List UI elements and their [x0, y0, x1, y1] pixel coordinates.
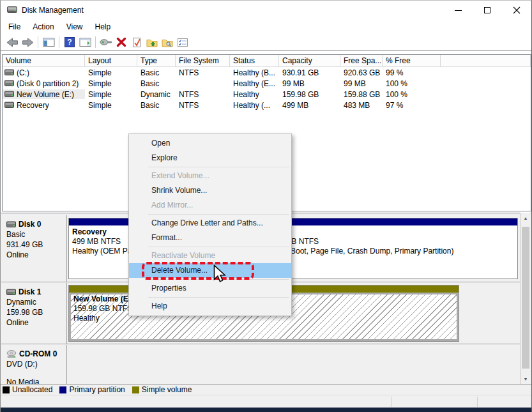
volume-layout: Simple	[85, 90, 137, 99]
volume-type: Basic	[137, 101, 176, 110]
volume-free: 159.88 GB	[340, 90, 383, 99]
console-tree-icon	[43, 37, 55, 47]
disk1-name: Disk 1	[19, 287, 41, 297]
taskbar-strip	[1, 408, 531, 412]
volume-free: 920.63 GB	[340, 68, 383, 77]
disk0-size: 931.49 GB	[6, 240, 66, 250]
partition-name: (C:)	[260, 227, 514, 237]
scrollbar-thumb[interactable]	[522, 227, 529, 369]
help-button[interactable]: ?	[62, 35, 77, 49]
menu-item-explore[interactable]: Explore	[129, 151, 291, 165]
status-pane-separator	[477, 397, 478, 407]
menu-item-add-mirror: Add Mirror...	[129, 198, 291, 213]
primary-partition-swatch	[59, 386, 66, 393]
menu-file[interactable]: File	[7, 21, 22, 33]
volume-free: 99 MB	[340, 79, 383, 88]
show-action-pane-button[interactable]	[77, 35, 93, 49]
menu-item-properties[interactable]: Properties	[129, 281, 291, 296]
disk1-size: 159.98 GB	[6, 307, 66, 317]
volume-type: Basic	[137, 68, 176, 77]
open-folder-icon	[146, 38, 158, 47]
delete-button[interactable]	[114, 35, 129, 49]
column-header-capacity[interactable]: Capacity	[279, 55, 340, 66]
scan-button[interactable]	[98, 35, 114, 49]
volume-status: Healthy (B...	[230, 68, 279, 77]
column-header-file-system[interactable]: File System	[176, 55, 230, 66]
volume-name: New Volume (E:)	[73, 294, 133, 304]
partition-color-bar	[257, 218, 517, 225]
forward-button[interactable]	[20, 35, 35, 49]
help-icon: ?	[65, 37, 75, 47]
volume-type: Basic	[137, 79, 176, 88]
column-header-status[interactable]: Status	[230, 55, 279, 66]
menu-item-reactivate-volume: Reactivate Volume	[129, 248, 291, 263]
toolbar: ?	[1, 34, 531, 51]
back-button[interactable]	[4, 35, 20, 49]
minimize-icon	[455, 10, 462, 11]
volume-icon	[4, 80, 14, 87]
cdrom-icon	[6, 350, 17, 358]
title-bar: Disk Management	[1, 1, 531, 20]
menu-item-change-drive-letter[interactable]: Change Drive Letter and Paths...	[129, 216, 291, 231]
volume-name: Recovery	[17, 101, 49, 110]
volume-capacity: 159.98 GB	[279, 90, 340, 99]
menu-item-format[interactable]: Format...	[129, 231, 291, 245]
minimize-button[interactable]	[443, 1, 473, 20]
cdrom-info-panel[interactable]: CD-ROM 0 DVD (D:) No Media	[1, 345, 67, 384]
disk0-info-panel[interactable]: Disk 0 Basic 931.49 GB Online	[1, 215, 67, 282]
task-check-button[interactable]	[129, 35, 144, 49]
show-console-tree-button[interactable]	[41, 35, 56, 49]
disk0-kind: Basic	[6, 229, 66, 240]
volume-size: 159.98 GB NTFS	[73, 304, 133, 314]
toolbar-separator	[59, 36, 59, 48]
volume-layout: Simple	[85, 101, 137, 110]
disk1-info-panel[interactable]: Disk 1 Dynamic 159.98 GB Online	[1, 283, 67, 344]
partition-c[interactable]: (C:) 930.91 GB NTFS Healthy (Boot, Page …	[256, 218, 518, 279]
menu-help[interactable]: Help	[94, 21, 112, 33]
volume-status: Healthy (...	[230, 101, 279, 110]
maximize-button[interactable]	[473, 1, 502, 20]
menu-action[interactable]: Action	[31, 21, 55, 33]
menu-item-help[interactable]: Help	[129, 299, 291, 314]
volume-layout: Simple	[85, 68, 137, 77]
volume-name: New Volume (E:)	[17, 90, 74, 99]
legend-simple-volume: Simple volume	[132, 385, 192, 394]
volume-row-c[interactable]: (C:) Simple Basic NTFS Healthy (B... 930…	[3, 67, 531, 78]
close-button[interactable]	[502, 1, 531, 20]
column-header-type[interactable]: Type	[137, 55, 176, 66]
volume-pct-free: 100 %	[383, 90, 441, 99]
column-header-free-space[interactable]: Free Spa...	[340, 55, 383, 66]
menu-separator	[148, 167, 289, 167]
volume-fs: NTFS	[176, 101, 230, 110]
menu-item-open[interactable]: Open	[129, 136, 291, 151]
svg-text:?: ?	[67, 38, 72, 47]
explore-folder-button[interactable]	[160, 35, 175, 49]
column-header-volume[interactable]: Volume	[3, 55, 85, 66]
menu-item-shrink-volume[interactable]: Shrink Volume...	[129, 183, 291, 198]
delete-icon	[116, 37, 126, 47]
status-pane-separator	[391, 397, 392, 407]
volume-row-disk0-partition2[interactable]: (Disk 0 partition 2) Simple Basic Health…	[3, 78, 531, 89]
volume-icon	[4, 102, 14, 109]
volume-pct-free: 97 %	[383, 101, 441, 110]
maximize-icon	[484, 7, 490, 13]
scroll-up-arrow-icon[interactable]: ▲	[521, 213, 531, 223]
column-header-layout[interactable]: Layout	[85, 55, 137, 66]
scroll-down-arrow-icon[interactable]: ▼	[521, 374, 531, 384]
properties-button[interactable]	[175, 35, 190, 49]
column-header-pct-free[interactable]: % Free	[383, 55, 441, 66]
unallocated-swatch	[3, 386, 10, 393]
menu-view[interactable]: View	[65, 21, 84, 33]
toolbar-separator	[95, 36, 96, 48]
volume-layout: Simple	[85, 79, 137, 88]
volume-name: (Disk 0 partition 2)	[17, 79, 79, 88]
volume-capacity: 930.91 GB	[279, 68, 340, 77]
open-folder-button[interactable]	[144, 35, 160, 49]
disk0-name: Disk 0	[19, 219, 41, 229]
volume-row-new-volume-e[interactable]: New Volume (E:) Simple Dynamic NTFS Heal…	[3, 89, 531, 100]
explore-folder-icon	[162, 38, 173, 47]
cdrom-name: CD-ROM 0	[19, 349, 57, 359]
disk-management-window: Disk Management File Action View Help ?	[0, 0, 532, 412]
graphical-view-scrollbar[interactable]: ▲ ▼	[520, 213, 531, 384]
volume-row-recovery[interactable]: Recovery Simple Basic NTFS Healthy (... …	[3, 100, 531, 111]
